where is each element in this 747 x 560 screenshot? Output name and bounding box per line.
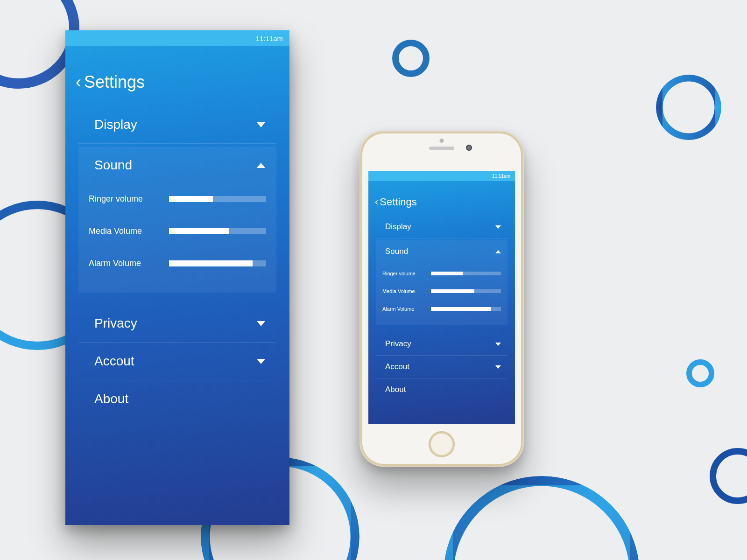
back-icon[interactable]: ‹ — [375, 197, 378, 207]
phone-mockup: 11:11am ‹ Settings Display Sound Ringer … — [359, 131, 524, 467]
menu-item-sound[interactable]: Sound — [376, 240, 507, 263]
decorative-ring — [686, 359, 714, 387]
page-title: Settings — [380, 196, 417, 208]
slider-label: Ringer volume — [382, 271, 424, 276]
slider-fill — [431, 272, 463, 275]
menu-item-privacy[interactable]: Privacy — [376, 333, 507, 356]
decorative-ring — [656, 75, 721, 140]
chevron-down-icon — [495, 365, 501, 369]
phone-sensor — [440, 139, 444, 143]
phone-camera — [466, 145, 472, 151]
menu-label: About — [385, 385, 406, 394]
menu-item-display[interactable]: Display — [376, 216, 507, 238]
decorative-ring — [444, 476, 640, 560]
chevron-down-icon — [257, 122, 265, 127]
slider-row-media: Media Volume — [382, 282, 501, 300]
menu-item-account[interactable]: Accout — [376, 356, 507, 378]
menu-label: Accout — [94, 354, 134, 369]
decorative-ring — [710, 448, 747, 504]
media-volume-slider[interactable] — [169, 228, 266, 234]
alarm-volume-slider[interactable] — [169, 260, 266, 266]
ringer-volume-slider[interactable] — [431, 272, 501, 275]
sound-sliders: Ringer volume Media Volume Alarm Volume — [376, 263, 507, 322]
slider-fill — [431, 289, 474, 293]
settings-menu: Display Sound Ringer volume Media Volume — [65, 106, 289, 418]
menu-item-sound-expanded: Sound Ringer volume Media Volume — [376, 240, 507, 325]
slider-label: Ringer volume — [89, 194, 159, 204]
media-volume-slider[interactable] — [431, 289, 501, 293]
slider-label: Alarm Volume — [89, 259, 159, 268]
slider-fill — [169, 228, 229, 234]
decorative-ring — [392, 40, 430, 77]
slider-row-alarm: Alarm Volume — [382, 300, 501, 318]
chevron-down-icon — [495, 225, 501, 229]
slider-row-ringer: Ringer volume — [382, 265, 501, 282]
slider-row-alarm: Alarm Volume — [89, 247, 266, 280]
chevron-down-icon — [257, 359, 265, 364]
menu-label: Sound — [94, 158, 132, 173]
menu-item-about[interactable]: About — [78, 380, 276, 418]
status-bar: 11:11am — [368, 171, 515, 181]
menu-label: Privacy — [385, 339, 411, 349]
settings-menu: Display Sound Ringer volume Me — [368, 216, 515, 401]
slider-row-ringer: Ringer volume — [89, 183, 266, 215]
slider-fill — [431, 307, 491, 311]
settings-screen-phone: 11:11am ‹ Settings Display Sound Ringer … — [368, 171, 515, 424]
menu-label: Accout — [385, 362, 409, 371]
chevron-down-icon — [495, 343, 501, 346]
menu-item-account[interactable]: Accout — [78, 343, 276, 380]
slider-label: Alarm Volume — [382, 306, 424, 312]
menu-label: About — [94, 392, 128, 406]
status-bar: 11:11am — [65, 30, 289, 46]
chevron-up-icon — [257, 163, 265, 168]
slider-row-media: Media Volume — [89, 215, 266, 247]
back-icon[interactable]: ‹ — [76, 74, 81, 91]
page-title: Settings — [84, 72, 145, 92]
menu-label: Privacy — [94, 316, 137, 331]
slider-fill — [169, 260, 253, 266]
status-time: 11:11am — [256, 35, 283, 42]
chevron-down-icon — [257, 321, 265, 326]
menu-item-sound[interactable]: Sound — [78, 147, 276, 179]
status-time: 11:11am — [492, 174, 510, 179]
slider-fill — [169, 196, 213, 202]
menu-item-display[interactable]: Display — [78, 106, 276, 144]
home-button[interactable] — [429, 431, 455, 457]
menu-label: Display — [385, 222, 411, 231]
chevron-up-icon — [495, 250, 501, 253]
menu-label: Display — [94, 117, 137, 132]
settings-screen-large: 11:11am ‹ Settings Display Sound Ringer … — [65, 30, 289, 525]
menu-item-sound-expanded: Sound Ringer volume Media Volume — [78, 147, 276, 293]
header[interactable]: ‹ Settings — [368, 181, 515, 216]
header[interactable]: ‹ Settings — [65, 46, 289, 106]
menu-item-privacy[interactable]: Privacy — [78, 305, 276, 343]
ringer-volume-slider[interactable] — [169, 196, 266, 202]
menu-label: Sound — [385, 247, 408, 256]
alarm-volume-slider[interactable] — [431, 307, 501, 311]
sound-sliders: Ringer volume Media Volume Alarm Volume — [78, 179, 276, 288]
menu-item-about[interactable]: About — [376, 378, 507, 401]
slider-label: Media Volume — [89, 226, 159, 236]
slider-label: Media Volume — [382, 288, 424, 294]
